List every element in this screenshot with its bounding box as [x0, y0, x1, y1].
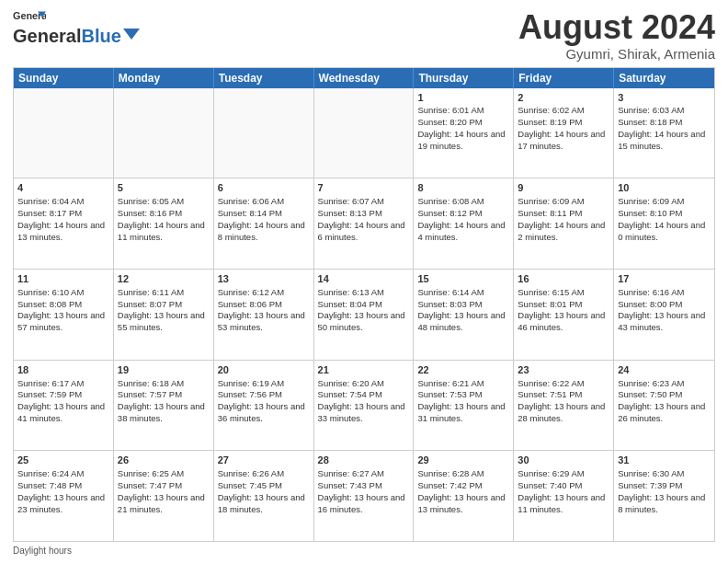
header-day-thursday: Thursday: [414, 68, 514, 88]
day-info: Sunrise: 6:04 AM Sunset: 8:17 PM Dayligh…: [17, 196, 105, 241]
header-day-monday: Monday: [114, 68, 214, 88]
calendar-cell: 21Sunrise: 6:20 AM Sunset: 7:54 PM Dayli…: [314, 361, 415, 451]
day-number: 22: [417, 363, 509, 377]
calendar-cell: 11Sunrise: 6:10 AM Sunset: 8:08 PM Dayli…: [14, 270, 114, 360]
calendar-cell: 6Sunrise: 6:06 AM Sunset: 8:14 PM Daylig…: [214, 178, 314, 269]
day-info: Sunrise: 6:24 AM Sunset: 7:48 PM Dayligh…: [17, 468, 105, 513]
day-info: Sunrise: 6:22 AM Sunset: 7:51 PM Dayligh…: [518, 378, 605, 423]
day-info: Sunrise: 6:26 AM Sunset: 7:45 PM Dayligh…: [218, 468, 305, 513]
calendar-cell: 14Sunrise: 6:13 AM Sunset: 8:04 PM Dayli…: [314, 270, 415, 360]
header: General General Blue August 2024 Gyumri,…: [13, 9, 715, 62]
calendar-cell: 24Sunrise: 6:23 AM Sunset: 7:50 PM Dayli…: [614, 361, 714, 451]
calendar-cell: 31Sunrise: 6:30 AM Sunset: 7:39 PM Dayli…: [614, 451, 714, 541]
day-info: Sunrise: 6:09 AM Sunset: 8:11 PM Dayligh…: [518, 196, 605, 241]
day-info: Sunrise: 6:05 AM Sunset: 8:16 PM Dayligh…: [118, 196, 205, 241]
day-number: 16: [518, 272, 609, 286]
title-block: August 2024 Gyumri, Shirak, Armenia: [518, 9, 715, 62]
day-number: 15: [417, 272, 509, 286]
header-day-wednesday: Wednesday: [314, 68, 415, 88]
calendar-cell: 2Sunrise: 6:02 AM Sunset: 8:19 PM Daylig…: [514, 88, 614, 178]
day-number: 5: [118, 181, 210, 195]
day-info: Sunrise: 6:18 AM Sunset: 7:57 PM Dayligh…: [118, 378, 205, 423]
day-info: Sunrise: 6:21 AM Sunset: 7:53 PM Dayligh…: [417, 378, 505, 423]
calendar-header: SundayMondayTuesdayWednesdayThursdayFrid…: [14, 68, 714, 88]
calendar-cell: 22Sunrise: 6:21 AM Sunset: 7:53 PM Dayli…: [414, 361, 514, 451]
day-info: Sunrise: 6:12 AM Sunset: 8:06 PM Dayligh…: [218, 287, 305, 332]
day-info: Sunrise: 6:30 AM Sunset: 7:39 PM Dayligh…: [618, 468, 705, 513]
day-info: Sunrise: 6:15 AM Sunset: 8:01 PM Dayligh…: [518, 287, 605, 332]
calendar-cell: 18Sunrise: 6:17 AM Sunset: 7:59 PM Dayli…: [14, 361, 114, 451]
day-info: Sunrise: 6:16 AM Sunset: 8:00 PM Dayligh…: [618, 287, 705, 332]
day-info: Sunrise: 6:13 AM Sunset: 8:04 PM Dayligh…: [318, 287, 405, 332]
logo-icon: General: [13, 9, 46, 26]
calendar-cell: [14, 88, 114, 178]
day-number: 26: [118, 454, 210, 467]
day-info: Sunrise: 6:03 AM Sunset: 8:18 PM Dayligh…: [618, 105, 705, 150]
day-number: 31: [618, 454, 711, 467]
day-number: 13: [218, 272, 310, 286]
day-number: 1: [417, 91, 509, 105]
calendar-cell: 16Sunrise: 6:15 AM Sunset: 8:01 PM Dayli…: [514, 270, 614, 360]
calendar-cell: 29Sunrise: 6:28 AM Sunset: 7:42 PM Dayli…: [414, 451, 514, 541]
day-number: 8: [417, 181, 509, 195]
calendar-cell: 5Sunrise: 6:05 AM Sunset: 8:16 PM Daylig…: [114, 178, 214, 269]
calendar-week-1: 1Sunrise: 6:01 AM Sunset: 8:20 PM Daylig…: [14, 88, 714, 178]
day-number: 23: [518, 363, 609, 377]
calendar-cell: 30Sunrise: 6:29 AM Sunset: 7:40 PM Dayli…: [514, 451, 614, 541]
day-info: Sunrise: 6:28 AM Sunset: 7:42 PM Dayligh…: [417, 468, 505, 513]
calendar-cell: 23Sunrise: 6:22 AM Sunset: 7:51 PM Dayli…: [514, 361, 614, 451]
day-number: 2: [518, 91, 609, 105]
calendar-cell: 4Sunrise: 6:04 AM Sunset: 8:17 PM Daylig…: [14, 178, 114, 269]
day-number: 3: [618, 91, 711, 105]
day-info: Sunrise: 6:17 AM Sunset: 7:59 PM Dayligh…: [17, 378, 105, 423]
calendar-cell: 28Sunrise: 6:27 AM Sunset: 7:43 PM Dayli…: [314, 451, 415, 541]
day-number: 28: [318, 454, 410, 467]
calendar-cell: 10Sunrise: 6:09 AM Sunset: 8:10 PM Dayli…: [614, 178, 714, 269]
calendar-cell: 9Sunrise: 6:09 AM Sunset: 8:11 PM Daylig…: [514, 178, 614, 269]
footer: Daylight hours: [13, 546, 715, 556]
calendar-cell: 13Sunrise: 6:12 AM Sunset: 8:06 PM Dayli…: [214, 270, 314, 360]
calendar-body: 1Sunrise: 6:01 AM Sunset: 8:20 PM Daylig…: [14, 88, 714, 541]
calendar-cell: [114, 88, 214, 178]
day-number: 7: [318, 181, 410, 195]
day-number: 9: [518, 181, 609, 195]
day-number: 10: [618, 181, 711, 195]
day-number: 24: [618, 363, 711, 377]
day-info: Sunrise: 6:20 AM Sunset: 7:54 PM Dayligh…: [318, 378, 405, 423]
day-info: Sunrise: 6:14 AM Sunset: 8:03 PM Dayligh…: [417, 287, 505, 332]
calendar-cell: 20Sunrise: 6:19 AM Sunset: 7:56 PM Dayli…: [214, 361, 314, 451]
day-info: Sunrise: 6:02 AM Sunset: 8:19 PM Dayligh…: [518, 105, 605, 150]
day-info: Sunrise: 6:01 AM Sunset: 8:20 PM Dayligh…: [417, 105, 505, 150]
day-info: Sunrise: 6:25 AM Sunset: 7:47 PM Dayligh…: [118, 468, 205, 513]
day-number: 4: [17, 181, 109, 195]
calendar: SundayMondayTuesdayWednesdayThursdayFrid…: [13, 67, 715, 542]
logo-general: General: [13, 26, 81, 47]
calendar-cell: 15Sunrise: 6:14 AM Sunset: 8:03 PM Dayli…: [414, 270, 514, 360]
calendar-cell: 7Sunrise: 6:07 AM Sunset: 8:13 PM Daylig…: [314, 178, 415, 269]
calendar-cell: 8Sunrise: 6:08 AM Sunset: 8:12 PM Daylig…: [414, 178, 514, 269]
day-number: 29: [417, 454, 509, 467]
day-number: 19: [118, 363, 210, 377]
day-number: 20: [218, 363, 310, 377]
svg-marker-2: [123, 29, 140, 40]
day-info: Sunrise: 6:10 AM Sunset: 8:08 PM Dayligh…: [17, 287, 105, 332]
header-day-friday: Friday: [514, 68, 614, 88]
day-number: 11: [17, 272, 109, 286]
header-day-sunday: Sunday: [14, 68, 114, 88]
header-day-tuesday: Tuesday: [214, 68, 314, 88]
calendar-week-4: 18Sunrise: 6:17 AM Sunset: 7:59 PM Dayli…: [14, 360, 714, 451]
calendar-week-5: 25Sunrise: 6:24 AM Sunset: 7:48 PM Dayli…: [14, 450, 714, 541]
day-info: Sunrise: 6:11 AM Sunset: 8:07 PM Dayligh…: [118, 287, 205, 332]
calendar-week-3: 11Sunrise: 6:10 AM Sunset: 8:08 PM Dayli…: [14, 269, 714, 360]
calendar-cell: 12Sunrise: 6:11 AM Sunset: 8:07 PM Dayli…: [114, 270, 214, 360]
day-number: 25: [17, 454, 109, 467]
day-info: Sunrise: 6:06 AM Sunset: 8:14 PM Dayligh…: [218, 196, 305, 241]
logo-triangle-icon: [123, 26, 140, 42]
day-number: 21: [318, 363, 410, 377]
calendar-cell: [314, 88, 415, 178]
calendar-cell: 19Sunrise: 6:18 AM Sunset: 7:57 PM Dayli…: [114, 361, 214, 451]
day-info: Sunrise: 6:29 AM Sunset: 7:40 PM Dayligh…: [518, 468, 605, 513]
day-number: 17: [618, 272, 711, 286]
day-info: Sunrise: 6:08 AM Sunset: 8:12 PM Dayligh…: [417, 196, 505, 241]
day-info: Sunrise: 6:27 AM Sunset: 7:43 PM Dayligh…: [318, 468, 405, 513]
